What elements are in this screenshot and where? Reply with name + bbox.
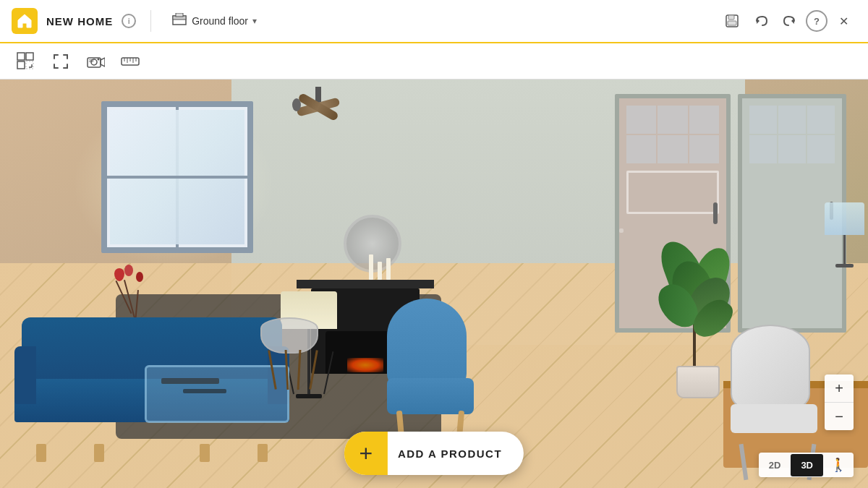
redo-button[interactable]	[777, 8, 803, 34]
person-view-button[interactable]: 🚶	[823, 453, 854, 477]
ruler-tool-button[interactable]	[116, 48, 145, 74]
candle-1	[369, 254, 373, 280]
app-logo	[12, 8, 38, 34]
floor-icon	[171, 13, 187, 30]
floor-selector[interactable]: Ground floor ▾	[166, 10, 263, 33]
chevron-down-icon: ▾	[252, 16, 257, 26]
svg-rect-11	[17, 61, 25, 69]
candle-2	[378, 262, 382, 280]
table-lamp-right	[825, 202, 864, 267]
left-window	[101, 101, 253, 253]
second-toolbar: 3D	[0, 43, 868, 80]
add-icon: +	[344, 432, 388, 475]
svg-point-18	[98, 58, 100, 60]
top-toolbar: NEW HOME i Ground floor ▾	[0, 0, 868, 43]
3d-view-button[interactable]: 3D	[791, 454, 823, 476]
svg-marker-7	[757, 18, 760, 24]
indoor-plant	[658, 239, 738, 398]
svg-marker-0	[18, 14, 31, 27]
svg-rect-9	[17, 53, 25, 60]
grid-tool-button[interactable]	[12, 48, 41, 74]
undo-button[interactable]	[748, 8, 774, 34]
eames-chair	[260, 317, 326, 390]
door-handle-1	[713, 202, 718, 224]
toolbar-right-actions: ? ✕	[719, 8, 856, 34]
accent-chair	[387, 299, 474, 414]
zoom-out-button[interactable]: −	[825, 403, 854, 430]
zoom-in-button[interactable]: +	[825, 374, 854, 402]
3d-scene[interactable]: + − 2D 3D 🚶 + ADD A PRODUCT	[0, 80, 868, 488]
svg-rect-5	[728, 15, 734, 20]
svg-rect-6	[728, 21, 736, 25]
2d-view-button[interactable]: 2D	[759, 454, 791, 476]
zoom-controls: + −	[825, 374, 854, 430]
add-product-button[interactable]: + ADD A PRODUCT	[344, 432, 524, 475]
info-button[interactable]: i	[122, 14, 136, 28]
floor-label: Ground floor	[192, 15, 248, 27]
white-chair-right	[731, 325, 825, 448]
view-mode-toggle: 2D 3D 🚶	[759, 453, 854, 477]
ceiling-fan	[275, 87, 362, 130]
help-button[interactable]: ?	[806, 10, 827, 32]
svg-marker-17	[101, 58, 105, 67]
candle-3	[386, 258, 391, 280]
svg-rect-3	[176, 13, 183, 17]
project-name: NEW HOME	[46, 15, 113, 27]
close-button[interactable]: ✕	[830, 8, 856, 34]
add-product-label: ADD A PRODUCT	[398, 448, 524, 460]
svg-text:3D: 3D	[89, 59, 94, 63]
camera3d-tool-button[interactable]: 3D	[81, 48, 110, 74]
save-button[interactable]	[719, 8, 745, 34]
expand-tool-button[interactable]	[46, 48, 75, 74]
svg-marker-8	[791, 18, 794, 24]
svg-rect-10	[26, 53, 33, 60]
toolbar-divider	[150, 10, 151, 32]
